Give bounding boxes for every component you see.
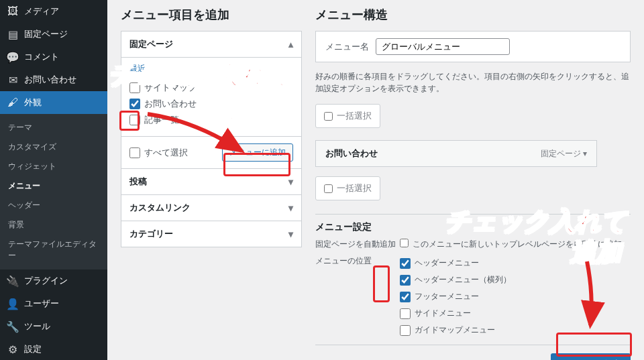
brush-icon: 🖌 — [7, 97, 19, 109]
chevron-down-icon: ▾ — [288, 176, 293, 187]
media-icon: 🖼 — [7, 5, 19, 17]
menu-name-input[interactable] — [376, 38, 510, 55]
plugin-icon: 🔌 — [7, 275, 19, 287]
accordion-custom[interactable]: カスタムリンク▾ — [121, 194, 301, 221]
chevron-down-icon: ▾ — [288, 229, 293, 239]
menu-item-label: お問い合わせ — [325, 147, 378, 160]
auto-add-text: このメニューに新しいトップレベルページを自動的に追加 — [413, 239, 622, 250]
sidebar-label: 設定 — [24, 343, 42, 355]
sidebar-item-pages[interactable]: ▤固定ページ — [0, 23, 107, 46]
subitem-widgets[interactable]: ウィジェット — [0, 157, 107, 176]
chevron-down-icon: ▾ — [583, 149, 587, 158]
add-items-title: メニュー項目を追加 — [121, 7, 302, 23]
location-label: メニューの位置 — [315, 255, 396, 267]
sidebar-item-appearance[interactable]: 🖌外観 — [0, 91, 107, 114]
sidebar-item-contact[interactable]: ✉お問い合わせ — [0, 68, 107, 91]
page-check-sitemap[interactable]: サイトマップ — [129, 80, 293, 96]
sidebar-label: ツール — [24, 320, 50, 333]
sidebar-item-tools[interactable]: 🔧ツール — [0, 315, 107, 338]
accordion-pages[interactable]: 固定ページ▴ — [121, 32, 301, 57]
mail-icon: ✉ — [7, 74, 19, 86]
user-icon: 👤 — [7, 298, 19, 310]
add-to-menu-button[interactable]: メニューに追加 — [222, 143, 293, 162]
sidebar-item-plugins[interactable]: 🔌プラグイン — [0, 269, 107, 292]
structure-title: メニュー構造 — [315, 7, 631, 23]
bulk-select-bottom[interactable]: 一括選択 — [315, 176, 380, 200]
subitem-customize[interactable]: カスタマイズ — [0, 137, 107, 157]
drag-instruction: 好みの順番に各項目をドラッグしてください。項目の右側の矢印をクリックすると、追加… — [315, 70, 631, 95]
location-check-header-row[interactable]: ヘッダーメニュー（横列） — [400, 272, 511, 288]
subitem-background[interactable]: 背景 — [0, 215, 107, 235]
gear-icon: ⚙ — [7, 343, 19, 355]
save-menu-button[interactable]: メニューを保存 — [551, 353, 631, 360]
sidebar-label: お問い合わせ — [24, 74, 76, 86]
sidebar-label: 固定ページ — [24, 28, 68, 40]
auto-add-check[interactable] — [400, 239, 409, 247]
page-check-contact[interactable]: お問い合わせ — [129, 96, 293, 112]
menu-item-type: 固定ページ — [541, 149, 581, 158]
chevron-down-icon: ▾ — [288, 202, 293, 213]
comment-icon: 💬 — [7, 51, 19, 63]
sidebar-label: プラグイン — [24, 275, 68, 287]
sidebar-item-comments[interactable]: 💬コメント — [0, 46, 107, 68]
page-icon: ▤ — [7, 28, 19, 40]
location-check-side[interactable]: サイドメニュー — [400, 306, 511, 321]
menu-item[interactable]: お問い合わせ 固定ページ ▾ — [315, 140, 597, 167]
subitem-menus[interactable]: メニュー — [0, 176, 107, 196]
accordion-categories[interactable]: カテゴリー▾ — [121, 221, 301, 247]
sidebar-item-media[interactable]: 🖼メディア — [0, 0, 107, 23]
auto-add-label: 固定ページを自動追加 — [315, 239, 396, 250]
chevron-up-icon: ▴ — [288, 39, 293, 50]
menu-name-label: メニュー名 — [325, 41, 369, 53]
wrench-icon: 🔧 — [7, 320, 19, 333]
sidebar-label: コメント — [24, 51, 59, 63]
sidebar-item-users[interactable]: 👤ユーザー — [0, 292, 107, 315]
page-check-posts[interactable]: 記事一覧 — [129, 112, 293, 128]
subitem-editor[interactable]: テーマファイルエディター — [0, 235, 107, 265]
location-check-header[interactable]: ヘッダーメニュー — [400, 255, 511, 271]
location-check-guide[interactable]: ガイドマップメニュー — [400, 322, 511, 338]
subitem-header[interactable]: ヘッダー — [0, 196, 107, 215]
tab-recent[interactable]: 最近 — [129, 63, 146, 74]
subitem-themes[interactable]: テーマ — [0, 118, 107, 137]
sidebar-label: メディア — [24, 5, 59, 17]
accordion-posts[interactable]: 投稿▾ — [121, 168, 301, 194]
location-check-footer[interactable]: フッターメニュー — [400, 289, 511, 304]
sidebar-item-settings[interactable]: ⚙設定 — [0, 338, 107, 360]
menu-settings-title: メニュー設定 — [315, 221, 631, 233]
sidebar-label: 外観 — [24, 97, 42, 109]
bulk-select-top[interactable]: 一括選択 — [315, 104, 380, 128]
select-all-check[interactable]: すべて選択 — [129, 145, 188, 161]
sidebar-label: ユーザー — [24, 298, 59, 310]
